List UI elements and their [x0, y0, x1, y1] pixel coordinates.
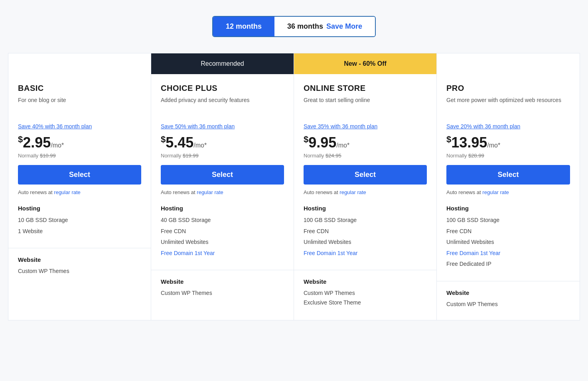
price-period-online-store: /mo* [336, 142, 349, 149]
price-container-online-store: $9.95/mo* [304, 134, 427, 151]
strikethrough-price-basic: $10.99 [40, 153, 56, 159]
toggle-container: 12 months 36 months Save More [212, 16, 376, 37]
features-section-choice-plus: Hosting40 GB SSD StorageFree CDNUnlimite… [151, 205, 294, 270]
website-feature-choice-plus-0: Custom WP Themes [161, 290, 284, 296]
select-button-pro[interactable]: Select [446, 165, 570, 185]
plan-description-basic: For one blog or site [18, 96, 141, 117]
save-link-pro[interactable]: Save 20% with 36 month plan [446, 123, 520, 130]
website-section-online-store: WebsiteCustom WP ThemesExclusive Store T… [294, 270, 436, 318]
hosting-label-online-store: Hosting [304, 205, 427, 212]
hosting-feature-pro-4: Free Dedicated IP [446, 260, 570, 268]
hosting-feature-choice-plus-1: Free CDN [161, 228, 284, 236]
hosting-label-pro: Hosting [446, 205, 570, 212]
hosting-feature-online-store-2: Unlimited Websites [304, 238, 427, 246]
select-button-choice-plus[interactable]: Select [161, 165, 284, 185]
auto-renew-pro: Auto renews at regular rate [446, 189, 570, 195]
website-section-choice-plus: WebsiteCustom WP Themes [151, 270, 294, 309]
website-feature-online-store-1: Exclusive Store Theme [304, 299, 427, 306]
price-container-pro: $13.95/mo* [446, 134, 570, 151]
features-section-online-store: Hosting100 GB SSD StorageFree CDNUnlimit… [294, 205, 436, 270]
website-feature-pro-0: Custom WP Themes [446, 301, 570, 307]
select-button-basic[interactable]: Select [18, 165, 141, 185]
toggle-36-label: 36 months [287, 22, 323, 31]
normal-price-basic: Normally $10.99 [18, 153, 141, 159]
hosting-feature-choice-plus-0: 40 GB SSD Storage [161, 216, 284, 224]
plan-column-pro: PROGet more power with optimized web res… [437, 53, 580, 320]
hosting-feature-online-store-3: Free Domain 1st Year [304, 249, 427, 257]
toggle-36-months[interactable]: 36 months Save More [274, 17, 375, 36]
hosting-feature-online-store-0: 100 GB SSD Storage [304, 216, 427, 224]
price-period-pro: /mo* [487, 142, 500, 149]
website-section-pro: WebsiteCustom WP Themes [437, 281, 580, 320]
plan-badge-online-store: New - 60% Off [294, 53, 436, 74]
plan-price-choice-plus: $5.45/mo* [161, 134, 207, 151]
price-currency-choice-plus: $ [161, 134, 166, 144]
website-feature-basic-0: Custom WP Themes [18, 268, 141, 274]
strikethrough-price-choice-plus: $19.99 [183, 153, 199, 159]
normal-price-choice-plus: Normally $19.99 [161, 153, 284, 159]
website-label-choice-plus: Website [161, 278, 284, 285]
plan-price-pro: $13.95/mo* [446, 134, 500, 151]
auto-renew-online-store: Auto renews at regular rate [304, 189, 427, 195]
strikethrough-price-pro: $28.99 [468, 153, 484, 159]
hosting-feature-pro-0: 100 GB SSD Storage [446, 216, 570, 224]
hosting-feature-pro-1: Free CDN [446, 228, 570, 236]
plan-badge-choice-plus: Recommended [151, 53, 294, 74]
plan-price-basic: $2.95/mo* [18, 134, 64, 151]
hosting-feature-basic-0: 10 GB SSD Storage [18, 216, 141, 224]
hosting-feature-choice-plus-2: Unlimited Websites [161, 238, 284, 246]
rate-link-basic[interactable]: regular rate [54, 189, 80, 195]
price-currency-online-store: $ [304, 134, 308, 144]
plan-column-online-store: New - 60% OffONLINE STOREGreat to start … [294, 53, 437, 320]
features-section-pro: Hosting100 GB SSD StorageFree CDNUnlimit… [437, 205, 580, 281]
select-button-online-store[interactable]: Select [304, 165, 427, 185]
normal-price-online-store: Normally $24.95 [304, 153, 427, 159]
auto-renew-basic: Auto renews at regular rate [18, 189, 141, 195]
price-currency-pro: $ [446, 134, 451, 144]
plan-name-basic: BASIC [18, 84, 141, 93]
hosting-feature-pro-3: Free Domain 1st Year [446, 249, 570, 257]
plan-description-online-store: Great to start selling online [304, 96, 427, 117]
hosting-feature-online-store-1: Free CDN [304, 228, 427, 236]
website-label-online-store: Website [304, 278, 427, 285]
billing-toggle: 12 months 36 months Save More [8, 16, 580, 37]
hosting-feature-choice-plus-3: Free Domain 1st Year [161, 249, 284, 257]
price-container-choice-plus: $5.45/mo* [161, 134, 284, 151]
plan-price-online-store: $9.95/mo* [304, 134, 349, 151]
normal-price-pro: Normally $28.99 [446, 153, 570, 159]
plan-column-basic: BASICFor one blog or siteSave 40% with 3… [8, 53, 151, 320]
price-period-choice-plus: /mo* [193, 142, 207, 149]
plan-column-choice-plus: RecommendedCHOICE PLUSAdded privacy and … [151, 53, 294, 320]
rate-link-pro[interactable]: regular rate [482, 189, 509, 195]
plans-grid: BASICFor one blog or siteSave 40% with 3… [8, 53, 580, 320]
auto-renew-choice-plus: Auto renews at regular rate [161, 189, 284, 195]
toggle-12-months[interactable]: 12 months [213, 17, 274, 36]
plan-badge-basic [8, 53, 151, 74]
plan-name-pro: PRO [446, 84, 570, 93]
website-feature-online-store-0: Custom WP Themes [304, 290, 427, 296]
save-link-choice-plus[interactable]: Save 50% with 36 month plan [161, 123, 235, 130]
rate-link-online-store[interactable]: regular rate [339, 189, 366, 195]
hosting-feature-pro-2: Unlimited Websites [446, 238, 570, 246]
hosting-label-choice-plus: Hosting [161, 205, 284, 212]
hosting-label-basic: Hosting [18, 205, 141, 212]
plan-description-pro: Get more power with optimized web resour… [446, 96, 570, 117]
price-period-basic: /mo* [51, 142, 64, 149]
page-wrapper: 12 months 36 months Save More BASICFor o… [0, 16, 588, 320]
plan-description-choice-plus: Added privacy and security features [161, 96, 284, 117]
price-currency-basic: $ [18, 134, 23, 144]
price-container-basic: $2.95/mo* [18, 134, 141, 151]
website-label-basic: Website [18, 256, 141, 263]
plan-badge-pro [437, 53, 580, 74]
strikethrough-price-online-store: $24.95 [326, 153, 341, 159]
save-link-online-store[interactable]: Save 35% with 36 month plan [304, 123, 377, 130]
hosting-feature-basic-1: 1 Website [18, 228, 141, 236]
website-section-basic: WebsiteCustom WP Themes [8, 248, 151, 287]
save-link-basic[interactable]: Save 40% with 36 month plan [18, 123, 92, 130]
website-label-pro: Website [446, 289, 570, 296]
rate-link-choice-plus[interactable]: regular rate [197, 189, 223, 195]
plan-name-online-store: ONLINE STORE [304, 84, 427, 93]
plan-name-choice-plus: CHOICE PLUS [161, 84, 284, 93]
save-more-label: Save More [326, 22, 362, 31]
features-section-basic: Hosting10 GB SSD Storage1 Website [8, 205, 151, 248]
